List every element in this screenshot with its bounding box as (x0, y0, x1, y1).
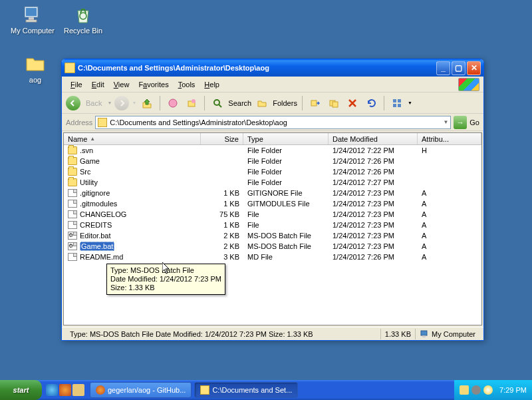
dropdown-icon[interactable]: ▼ (443, 119, 448, 125)
file-row[interactable]: CREDITS1 KBFile1/24/2012 7:23 PMA (64, 220, 481, 230)
ql-app-icon[interactable] (72, 384, 84, 396)
file-date: 1/24/2012 7:23 PM (329, 210, 418, 218)
ql-firefox-icon[interactable] (59, 384, 71, 396)
file-date: 1/24/2012 7:23 PM (329, 232, 418, 240)
file-attr: A (418, 253, 451, 261)
svg-rect-2 (29, 17, 34, 20)
svg-point-7 (192, 99, 196, 103)
svg-point-5 (169, 99, 177, 107)
file-row[interactable]: Game.bat2 KBMS-DOS Batch File1/24/2012 7… (64, 241, 481, 252)
move-to-button[interactable] (307, 95, 323, 111)
svg-point-8 (214, 100, 219, 105)
bat-icon (68, 242, 77, 250)
desktop-icon-aog[interactable]: aog (12, 53, 59, 84)
desktop-icon-recycle-bin[interactable]: Recycle Bin (60, 4, 106, 35)
column-attr[interactable]: Attribu... (418, 133, 481, 144)
file-row[interactable]: GameFile Folder1/24/2012 7:26 PM (64, 156, 481, 166)
address-input[interactable]: C:\Documents and Settings\Administrator\… (95, 116, 451, 129)
folders-button[interactable] (254, 95, 270, 111)
views-button[interactable] (389, 95, 405, 111)
column-date[interactable]: Date Modified (329, 133, 418, 144)
copy-to-button[interactable] (326, 95, 342, 111)
taskbar-button-explorer[interactable]: C:\Documents and Set... (194, 382, 298, 398)
file-attr: A (418, 242, 451, 250)
column-name[interactable]: Name▲ (64, 133, 201, 144)
menubar: File Edit View Favorites Tools Help (62, 77, 483, 93)
go-label: Go (469, 118, 479, 126)
minimize-button[interactable]: _ (436, 61, 450, 75)
file-row[interactable]: UtilityFile Folder1/24/2012 7:27 PM (64, 177, 481, 188)
menu-help[interactable]: Help (200, 79, 224, 91)
file-attr: A (418, 221, 451, 229)
toolbar-btn-2[interactable] (184, 95, 200, 111)
file-row[interactable]: README.md3 KBMD File1/24/2012 7:26 PMA (64, 252, 481, 262)
menu-favorites[interactable]: Favorites (134, 79, 173, 91)
file-row[interactable]: .gitmodules1 KBGITMODULES File1/24/2012 … (64, 198, 481, 209)
file-type: File (243, 210, 329, 218)
file-date: 1/24/2012 7:27 PM (329, 178, 418, 186)
file-row[interactable]: Editor.bat2 KBMS-DOS Batch File1/24/2012… (64, 230, 481, 241)
titlebar[interactable]: C:\Documents and Settings\Administrator\… (62, 59, 483, 77)
file-date: 1/24/2012 7:26 PM (329, 157, 418, 165)
back-button[interactable] (66, 96, 80, 110)
svg-rect-3 (26, 20, 37, 22)
address-bar: Address C:\Documents and Settings\Admini… (62, 114, 483, 131)
file-row[interactable]: .svnFile Folder1/24/2012 7:22 PMH (64, 145, 481, 156)
menu-file[interactable]: File (66, 79, 87, 91)
file-size: 1 KB (201, 189, 243, 197)
file-type: MS-DOS Batch File (243, 232, 329, 240)
tray-clock[interactable]: 7:29 PM (499, 386, 527, 394)
file-name: CREDITS (80, 221, 112, 229)
quick-launch (46, 384, 84, 396)
file-list: Name▲ Size Type Date Modified Attribu...… (63, 132, 482, 325)
search-button[interactable] (209, 95, 225, 111)
recycle-icon (72, 4, 94, 25)
folder-icon (200, 385, 209, 395)
desktop-icon-my-computer[interactable]: My Computer (9, 4, 56, 35)
tray-icon-3[interactable] (483, 385, 493, 395)
tray-icon-1[interactable] (460, 385, 469, 395)
go-button[interactable]: → (454, 116, 467, 129)
menu-tools[interactable]: Tools (174, 79, 200, 91)
file-size: 3 KB (201, 253, 243, 261)
system-tray: 7:29 PM (454, 380, 532, 400)
undo-button[interactable] (363, 95, 379, 111)
column-headers: Name▲ Size Type Date Modified Attribu... (64, 133, 481, 145)
file-type: GITMODULES File (243, 200, 329, 208)
up-button[interactable] (139, 95, 155, 111)
toolbar-btn-1[interactable] (165, 95, 181, 111)
titlebar-folder-icon (65, 63, 75, 73)
tray-icon-2[interactable] (471, 385, 481, 395)
file-attr: A (418, 210, 451, 218)
column-size[interactable]: Size (201, 133, 243, 144)
status-mid: 1.33 KB (380, 329, 415, 339)
file-attr: A (418, 189, 451, 197)
file-attr: A (418, 232, 451, 240)
delete-button[interactable] (344, 95, 360, 111)
windows-flag-icon (458, 78, 479, 91)
start-button[interactable]: start (0, 380, 42, 400)
folder-icon (68, 146, 77, 154)
file-row[interactable]: SrcFile Folder1/24/2012 7:26 PM (64, 166, 481, 177)
file-date: 1/24/2012 7:22 PM (329, 146, 418, 154)
desktop-icon-label: My Computer (9, 27, 56, 35)
file-row[interactable]: CHANGELOG75 KBFile1/24/2012 7:23 PMA (64, 209, 481, 220)
taskbar-button-github[interactable]: gegerlan/aog - GitHub... (90, 382, 192, 398)
menu-view[interactable]: View (109, 79, 134, 91)
file-size: 1 KB (201, 221, 243, 229)
file-tooltip: Type: MS-DOS Batch File Date Modified: 1… (106, 264, 225, 295)
svg-rect-16 (398, 104, 401, 107)
computer-icon (420, 329, 429, 339)
column-type[interactable]: Type (243, 133, 329, 144)
close-button[interactable]: ✕ (467, 61, 481, 75)
file-name: Editor.bat (80, 232, 110, 240)
file-date: 1/24/2012 7:23 PM (329, 200, 418, 208)
file-row[interactable]: .gitignore1 KBGITIGNORE File1/24/2012 7:… (64, 188, 481, 198)
maximize-button[interactable]: ▢ (452, 61, 466, 75)
file-name: Src (80, 168, 91, 176)
menu-edit[interactable]: Edit (87, 79, 109, 91)
file-type: File Folder (243, 178, 329, 186)
ql-ie-icon[interactable] (46, 384, 58, 396)
file-type: File Folder (243, 157, 329, 165)
explorer-window: C:\Documents and Settings\Administrator\… (61, 59, 484, 341)
